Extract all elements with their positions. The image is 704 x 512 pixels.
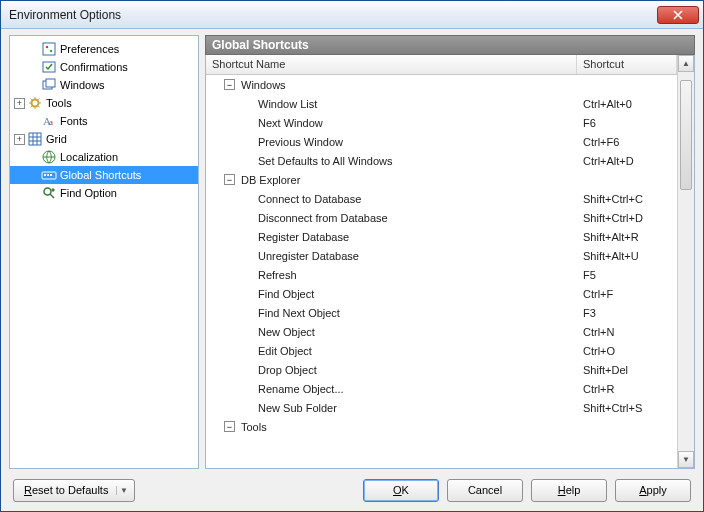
- tree-item[interactable]: Global Shortcuts: [10, 166, 198, 184]
- grid-wrap: Shortcut Name Shortcut −WindowsWindow Li…: [205, 55, 695, 469]
- tools-icon: [27, 95, 43, 111]
- shortcuts-icon: [41, 167, 57, 183]
- group-row[interactable]: −DB Explorer: [206, 170, 677, 189]
- tree-item[interactable]: AaFonts: [10, 112, 198, 130]
- scroll-up-button[interactable]: ▲: [678, 55, 694, 72]
- expand-icon[interactable]: +: [14, 134, 25, 145]
- shortcut-key: Ctrl+F6: [577, 136, 677, 148]
- confirm-icon: [41, 59, 57, 75]
- shortcut-key: Ctrl+N: [577, 326, 677, 338]
- shortcut-row[interactable]: Edit ObjectCtrl+O: [206, 341, 677, 360]
- shortcut-name: Find Next Object: [258, 307, 340, 319]
- shortcut-key: Shift+Alt+U: [577, 250, 677, 262]
- nav-tree[interactable]: PreferencesConfirmationsWindows+ToolsAaF…: [9, 35, 199, 469]
- tree-item[interactable]: Localization: [10, 148, 198, 166]
- grid-body[interactable]: −WindowsWindow ListCtrl+Alt+0Next Window…: [206, 75, 677, 468]
- tree-item[interactable]: Preferences: [10, 40, 198, 58]
- scroll-track[interactable]: [678, 72, 694, 451]
- window-title: Environment Options: [9, 8, 657, 22]
- tree-item[interactable]: Windows: [10, 76, 198, 94]
- collapse-icon[interactable]: −: [224, 79, 235, 90]
- tree-item[interactable]: +Grid: [10, 130, 198, 148]
- svg-rect-13: [47, 174, 49, 176]
- svg-text:a: a: [49, 117, 53, 127]
- shortcut-row[interactable]: Previous WindowCtrl+F6: [206, 132, 677, 151]
- local-icon: [41, 149, 57, 165]
- shortcut-key: F6: [577, 117, 677, 129]
- shortcut-name: Set Defaults to All Windows: [258, 155, 393, 167]
- shortcut-name: Edit Object: [258, 345, 312, 357]
- reset-label: Reset to Defaults: [24, 484, 108, 496]
- svg-rect-5: [46, 79, 55, 87]
- shortcut-row[interactable]: Set Defaults to All WindowsCtrl+Alt+D: [206, 151, 677, 170]
- titlebar[interactable]: Environment Options: [1, 1, 703, 29]
- collapse-icon[interactable]: −: [224, 174, 235, 185]
- tree-item-label: Windows: [60, 79, 105, 91]
- pref-icon: [41, 41, 57, 57]
- cancel-button[interactable]: Cancel: [447, 479, 523, 502]
- shortcut-row[interactable]: Find Next ObjectF3: [206, 303, 677, 322]
- content-pane: Global Shortcuts Shortcut Name Shortcut …: [205, 35, 695, 469]
- shortcut-name: Connect to Database: [258, 193, 361, 205]
- shortcut-name: Disconnect from Database: [258, 212, 388, 224]
- grid-icon: [27, 131, 43, 147]
- shortcut-key: Shift+Ctrl+S: [577, 402, 677, 414]
- tree-item[interactable]: Confirmations: [10, 58, 198, 76]
- shortcut-key: Shift+Ctrl+D: [577, 212, 677, 224]
- shortcut-name: Refresh: [258, 269, 297, 281]
- shortcut-row[interactable]: Register DatabaseShift+Alt+R: [206, 227, 677, 246]
- apply-button[interactable]: Apply: [615, 479, 691, 502]
- shortcut-name: New Sub Folder: [258, 402, 337, 414]
- tree-item-label: Fonts: [60, 115, 88, 127]
- scroll-down-button[interactable]: ▼: [678, 451, 694, 468]
- shortcut-row[interactable]: Next WindowF6: [206, 113, 677, 132]
- tree-item[interactable]: +Tools: [10, 94, 198, 112]
- reset-defaults-button[interactable]: Reset to Defaults ▼: [13, 479, 135, 502]
- shortcut-key: Ctrl+O: [577, 345, 677, 357]
- close-button[interactable]: [657, 6, 699, 24]
- shortcut-row[interactable]: Drop ObjectShift+Del: [206, 360, 677, 379]
- shortcut-row[interactable]: Disconnect from DatabaseShift+Ctrl+D: [206, 208, 677, 227]
- col-shortcut[interactable]: Shortcut: [577, 55, 677, 74]
- svg-rect-14: [50, 174, 52, 176]
- shortcut-row[interactable]: Find ObjectCtrl+F: [206, 284, 677, 303]
- help-button[interactable]: Help: [531, 479, 607, 502]
- shortcut-row[interactable]: RefreshF5: [206, 265, 677, 284]
- group-label: Windows: [241, 79, 286, 91]
- shortcut-key: Shift+Del: [577, 364, 677, 376]
- col-shortcut-name[interactable]: Shortcut Name: [206, 55, 577, 74]
- svg-point-1: [46, 46, 48, 48]
- tree-item[interactable]: Find Option: [10, 184, 198, 202]
- group-row[interactable]: −Windows: [206, 75, 677, 94]
- shortcut-name: Register Database: [258, 231, 349, 243]
- shortcut-name: Rename Object...: [258, 383, 344, 395]
- expand-icon[interactable]: +: [14, 98, 25, 109]
- close-icon: [673, 10, 683, 20]
- panes: PreferencesConfirmationsWindows+ToolsAaF…: [9, 35, 695, 469]
- shortcut-row[interactable]: Window ListCtrl+Alt+0: [206, 94, 677, 113]
- shortcuts-grid: Shortcut Name Shortcut −WindowsWindow Li…: [206, 55, 677, 468]
- tree-item-label: Grid: [46, 133, 67, 145]
- shortcut-row[interactable]: Unregister DatabaseShift+Alt+U: [206, 246, 677, 265]
- chevron-down-icon[interactable]: ▼: [116, 486, 130, 495]
- tree-item-label: Confirmations: [60, 61, 128, 73]
- collapse-icon[interactable]: −: [224, 421, 235, 432]
- svg-point-2: [50, 50, 52, 52]
- ok-button[interactable]: OK: [363, 479, 439, 502]
- shortcut-row[interactable]: Rename Object...Ctrl+R: [206, 379, 677, 398]
- vertical-scrollbar[interactable]: ▲ ▼: [677, 55, 694, 468]
- shortcut-row[interactable]: New Sub FolderShift+Ctrl+S: [206, 398, 677, 417]
- group-row[interactable]: −Tools: [206, 417, 677, 436]
- shortcut-row[interactable]: New ObjectCtrl+N: [206, 322, 677, 341]
- shortcut-name: Unregister Database: [258, 250, 359, 262]
- shortcut-key: Ctrl+F: [577, 288, 677, 300]
- shortcut-key: Shift+Alt+R: [577, 231, 677, 243]
- tree-item-label: Global Shortcuts: [60, 169, 141, 181]
- scroll-thumb[interactable]: [680, 80, 692, 190]
- svg-point-15: [44, 188, 51, 195]
- tree-item-label: Localization: [60, 151, 118, 163]
- shortcut-row[interactable]: Connect to DatabaseShift+Ctrl+C: [206, 189, 677, 208]
- svg-point-6: [32, 100, 39, 107]
- fonts-icon: Aa: [41, 113, 57, 129]
- shortcut-key: Shift+Ctrl+C: [577, 193, 677, 205]
